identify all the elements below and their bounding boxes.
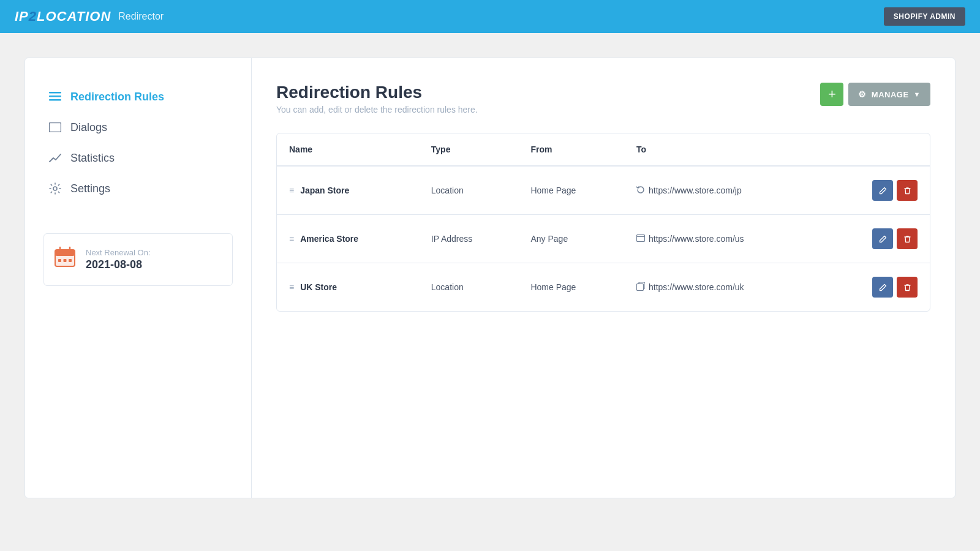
rule-name-0: Japan Store — [300, 186, 349, 195]
main-wrapper: Redirection Rules Dialogs Statistics — [0, 33, 980, 523]
main-card: Redirection Rules Dialogs Statistics — [24, 58, 956, 498]
renewal-label: Next Renewal On: — [86, 248, 151, 257]
sidebar-item-label-settings: Settings — [70, 182, 110, 195]
cell-to-2: https://www.store.com/uk — [624, 263, 824, 312]
plus-icon: + — [828, 86, 836, 102]
renewal-date: 2021-08-08 — [86, 258, 151, 271]
app-subtitle: Redirector — [118, 11, 164, 22]
logo: IP2LOCATION — [15, 9, 111, 24]
content-title-group: Redirection Rules You can add, edit or d… — [276, 83, 478, 114]
svg-rect-12 — [69, 259, 72, 262]
cell-actions-1 — [824, 215, 930, 263]
svg-rect-1 — [49, 96, 61, 97]
svg-rect-10 — [58, 259, 61, 262]
list-icon — [48, 90, 62, 103]
manage-button[interactable]: ⚙ MANAGE ▼ — [848, 83, 930, 106]
main-content: Redirection Rules You can add, edit or d… — [252, 58, 955, 498]
svg-rect-7 — [55, 250, 75, 256]
edit-rule-button-2[interactable] — [872, 277, 893, 298]
to-url-2: https://www.store.com/uk — [649, 282, 744, 292]
to-url-1: https://www.store.com/us — [649, 234, 744, 244]
manage-label: MANAGE — [872, 90, 909, 99]
drag-handle-icon[interactable]: ≡ — [289, 234, 294, 244]
cell-name-0: ≡ Japan Store — [277, 166, 419, 215]
topnav: IP2LOCATION Redirector SHOPIFY ADMIN — [0, 0, 980, 33]
cell-actions-0 — [824, 166, 930, 215]
calendar-icon — [54, 246, 76, 273]
page-title: Redirection Rules — [276, 83, 478, 102]
table-row: ≡ America Store IP Address Any Page http… — [277, 215, 930, 263]
statistics-icon — [48, 151, 62, 165]
col-actions — [824, 133, 930, 166]
sidebar-item-label-statistics: Statistics — [70, 152, 115, 165]
sidebar-item-statistics[interactable]: Statistics — [43, 144, 233, 172]
to-type-icon-1 — [636, 234, 645, 244]
sidebar-item-dialogs[interactable]: Dialogs — [43, 113, 233, 141]
cell-from-0: Home Page — [518, 166, 624, 215]
renewal-card: Next Renewal On: 2021-08-08 — [43, 233, 233, 286]
dialogs-icon — [48, 121, 62, 134]
cell-to-1: https://www.store.com/us — [624, 215, 824, 263]
to-type-icon-0 — [636, 186, 645, 196]
content-header: Redirection Rules You can add, edit or d… — [276, 83, 930, 114]
drag-handle-icon[interactable]: ≡ — [289, 186, 294, 195]
cell-to-0: https://www.store.com/jp — [624, 166, 824, 215]
manage-gear-icon: ⚙ — [858, 89, 867, 99]
to-url-0: https://www.store.com/jp — [649, 186, 742, 195]
renewal-info: Next Renewal On: 2021-08-08 — [86, 248, 151, 271]
logo-location: LOCATION — [37, 9, 111, 24]
sidebar-item-settings[interactable]: Settings — [43, 174, 233, 203]
table-row: ≡ Japan Store Location Home Page https:/… — [277, 166, 930, 215]
drag-handle-icon[interactable]: ≡ — [289, 282, 294, 292]
cell-type-1: IP Address — [419, 215, 519, 263]
table-row: ≡ UK Store Location Home Page https://ww… — [277, 263, 930, 312]
table-body: ≡ Japan Store Location Home Page https:/… — [277, 166, 930, 311]
edit-rule-button-1[interactable] — [872, 228, 893, 249]
cell-type-2: Location — [419, 263, 519, 312]
settings-icon — [48, 182, 62, 195]
shopify-admin-button[interactable]: SHOPIFY ADMIN — [884, 7, 965, 26]
cell-actions-2 — [824, 263, 930, 312]
col-from: From — [518, 133, 624, 166]
svg-rect-15 — [636, 283, 643, 290]
svg-rect-13 — [636, 235, 644, 242]
col-to: To — [624, 133, 824, 166]
delete-rule-button-2[interactable] — [897, 277, 918, 298]
svg-point-4 — [53, 187, 57, 190]
rule-name-2: UK Store — [300, 282, 337, 292]
cell-name-1: ≡ America Store — [277, 215, 419, 263]
add-rule-button[interactable]: + — [820, 83, 843, 106]
cell-from-1: Any Page — [518, 215, 624, 263]
manage-chevron-icon: ▼ — [914, 91, 921, 98]
rule-name-1: America Store — [300, 234, 358, 244]
table-header: Name Type From To — [277, 133, 930, 166]
table-header-row: Name Type From To — [277, 133, 930, 166]
brand: IP2LOCATION Redirector — [15, 9, 164, 24]
logo-ip: IP — [15, 9, 29, 24]
logo-2: 2 — [29, 9, 37, 24]
svg-rect-2 — [49, 99, 61, 101]
sidebar: Redirection Rules Dialogs Statistics — [25, 58, 252, 498]
col-name: Name — [277, 133, 419, 166]
rules-table: Name Type From To ≡ Japan Store Locatio — [277, 133, 930, 311]
cell-name-2: ≡ UK Store — [277, 263, 419, 312]
to-type-icon-2 — [636, 282, 645, 293]
cell-from-2: Home Page — [518, 263, 624, 312]
edit-rule-button-0[interactable] — [872, 180, 893, 201]
sidebar-item-redirection-rules[interactable]: Redirection Rules — [43, 83, 233, 111]
header-actions: + ⚙ MANAGE ▼ — [820, 83, 930, 106]
delete-rule-button-1[interactable] — [897, 228, 918, 249]
col-type: Type — [419, 133, 519, 166]
sidebar-item-label-dialogs: Dialogs — [70, 121, 107, 134]
svg-rect-11 — [64, 259, 67, 262]
svg-rect-0 — [49, 92, 61, 94]
cell-type-0: Location — [419, 166, 519, 215]
delete-rule-button-0[interactable] — [897, 180, 918, 201]
page-subtitle: You can add, edit or delete the redirect… — [276, 105, 478, 114]
rules-table-container: Name Type From To ≡ Japan Store Locatio — [276, 133, 930, 312]
svg-rect-3 — [50, 123, 61, 132]
sidebar-item-label-redirection-rules: Redirection Rules — [70, 91, 164, 103]
